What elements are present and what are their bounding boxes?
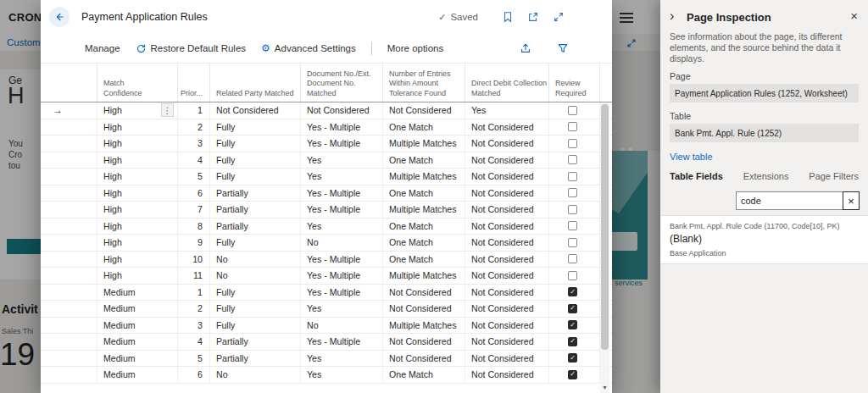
review-required-cell[interactable] — [549, 252, 600, 268]
review-required-cell[interactable] — [549, 152, 600, 169]
direct-debit-cell[interactable]: Not Considered — [465, 202, 549, 218]
column-header-review-required[interactable]: ReviewRequired — [549, 64, 600, 102]
table-row[interactable]: → High⋮ 1 Not Considered Not Considered … — [41, 102, 612, 119]
document-no-cell[interactable]: Yes - Multiple — [301, 185, 383, 202]
view-table-link[interactable]: View table — [670, 152, 713, 162]
review-required-checkbox[interactable] — [568, 221, 577, 230]
document-no-cell[interactable]: Yes — [301, 301, 383, 317]
related-party-cell[interactable]: Partially — [210, 219, 301, 235]
document-no-cell[interactable]: No — [301, 235, 383, 251]
related-party-cell[interactable]: Fully — [210, 169, 301, 185]
page-field-value[interactable]: Payment Application Rules (1252, Workshe… — [670, 84, 859, 102]
related-party-cell[interactable]: Partially — [210, 334, 301, 350]
table-row[interactable]: Medium 3 Fully No Multiple Matches Not C… — [41, 318, 612, 335]
entries-tolerance-cell[interactable]: One Match — [383, 235, 465, 251]
related-party-cell[interactable]: Fully — [210, 152, 301, 169]
priority-cell[interactable]: 3 — [178, 136, 210, 152]
vertical-scrollbar[interactable]: ▾ — [600, 102, 609, 393]
direct-debit-cell[interactable]: Not Considered — [465, 136, 549, 152]
entries-tolerance-cell[interactable]: One Match — [383, 367, 465, 383]
review-required-cell[interactable] — [549, 318, 600, 334]
column-header-priority[interactable]: Prior... — [178, 64, 210, 102]
related-party-cell[interactable]: No — [210, 367, 301, 383]
review-required-checkbox[interactable] — [568, 337, 577, 346]
review-required-checkbox[interactable] — [568, 106, 577, 115]
clear-search-icon[interactable]: × — [843, 191, 860, 210]
entries-tolerance-cell[interactable]: One Match — [383, 219, 465, 235]
document-no-cell[interactable]: Yes - Multiple — [301, 119, 383, 136]
priority-cell[interactable]: 10 — [178, 252, 210, 268]
match-confidence-cell[interactable]: High — [97, 202, 178, 218]
entries-tolerance-cell[interactable]: Not Considered — [383, 351, 465, 367]
document-no-cell[interactable]: Yes - Multiple — [301, 268, 383, 284]
column-header-related-party[interactable]: Related Party Matched — [210, 64, 301, 102]
field-search-input[interactable] — [737, 192, 843, 209]
related-party-cell[interactable]: Fully — [210, 318, 301, 334]
match-confidence-cell[interactable]: Medium — [97, 301, 178, 317]
match-confidence-cell[interactable]: High — [97, 119, 178, 136]
review-required-cell[interactable] — [549, 351, 600, 367]
open-in-new-window-icon[interactable] — [524, 8, 542, 26]
related-party-cell[interactable]: Partially — [210, 202, 301, 218]
review-required-cell[interactable] — [549, 202, 600, 218]
review-required-cell[interactable] — [549, 334, 600, 350]
direct-debit-cell[interactable]: Not Considered — [465, 285, 549, 301]
scrollbar-thumb[interactable] — [601, 104, 609, 350]
field-result-item[interactable]: Bank Pmt. Appl. Rule Code (11700, Code[1… — [660, 215, 868, 264]
document-no-cell[interactable]: Yes — [301, 367, 383, 383]
entries-tolerance-cell[interactable]: Not Considered — [383, 102, 465, 119]
review-required-cell[interactable] — [549, 219, 600, 235]
review-required-cell[interactable] — [549, 169, 600, 185]
row-actions-button[interactable]: ⋮ — [161, 103, 174, 117]
review-required-checkbox[interactable] — [568, 155, 577, 164]
review-required-cell[interactable] — [549, 235, 600, 251]
review-required-checkbox[interactable] — [568, 139, 577, 148]
direct-debit-cell[interactable]: Not Considered — [465, 334, 549, 350]
match-confidence-cell[interactable]: High — [97, 185, 178, 202]
match-confidence-cell[interactable]: High — [97, 268, 178, 284]
related-party-cell[interactable]: No — [210, 252, 301, 268]
match-confidence-cell[interactable]: Medium — [97, 285, 178, 301]
direct-debit-cell[interactable]: Not Considered — [465, 367, 549, 383]
document-no-cell[interactable]: Yes - Multiple — [301, 136, 383, 152]
table-row[interactable]: Medium 6 No Yes One Match Not Considered — [41, 367, 612, 384]
table-row[interactable]: High 5 Fully Yes Multiple Matches Not Co… — [41, 169, 612, 185]
review-required-checkbox[interactable] — [568, 287, 577, 296]
review-required-checkbox[interactable] — [568, 304, 577, 313]
review-required-cell[interactable] — [549, 367, 600, 383]
match-confidence-cell[interactable]: Medium — [97, 334, 178, 350]
document-no-cell[interactable]: Yes - Multiple — [301, 334, 383, 350]
document-no-cell[interactable]: Yes - Multiple — [301, 252, 383, 268]
direct-debit-cell[interactable]: Not Considered — [465, 268, 549, 284]
direct-debit-cell[interactable]: Not Considered — [465, 152, 549, 169]
match-confidence-cell[interactable]: High — [97, 219, 178, 235]
review-required-checkbox[interactable] — [568, 172, 577, 181]
direct-debit-cell[interactable]: Not Considered — [465, 219, 549, 235]
direct-debit-cell[interactable]: Not Considered — [465, 185, 549, 202]
entries-tolerance-cell[interactable]: Multiple Matches — [383, 136, 465, 152]
related-party-cell[interactable]: Fully — [210, 235, 301, 251]
review-required-checkbox[interactable] — [568, 353, 577, 363]
match-confidence-cell[interactable]: Medium — [97, 318, 178, 334]
tab-page-filters[interactable]: Page Filters — [809, 171, 859, 181]
match-confidence-cell[interactable]: High — [97, 136, 178, 152]
table-row[interactable]: Medium 4 Partially Yes - Multiple Not Co… — [41, 334, 612, 351]
review-required-cell[interactable] — [549, 301, 600, 317]
priority-cell[interactable]: 7 — [178, 202, 210, 218]
match-confidence-cell[interactable]: High — [97, 152, 178, 169]
review-required-checkbox[interactable] — [568, 254, 577, 263]
entries-tolerance-cell[interactable]: Multiple Matches — [383, 318, 465, 334]
priority-cell[interactable]: 9 — [178, 235, 210, 251]
entries-tolerance-cell[interactable]: Not Considered — [383, 334, 465, 350]
related-party-cell[interactable]: Fully — [210, 136, 301, 152]
table-row[interactable]: Medium 1 Fully Yes - Multiple Not Consid… — [41, 285, 612, 302]
review-required-cell[interactable] — [549, 102, 600, 119]
direct-debit-cell[interactable]: Yes — [465, 102, 549, 119]
entries-tolerance-cell[interactable]: One Match — [383, 152, 465, 169]
table-row[interactable]: High 6 Partially Yes - Multiple One Matc… — [41, 185, 612, 202]
priority-cell[interactable]: 2 — [178, 301, 210, 317]
direct-debit-cell[interactable]: Not Considered — [465, 301, 549, 317]
document-no-cell[interactable]: Yes - Multiple — [301, 285, 383, 301]
table-row[interactable]: Medium 2 Fully Yes Not Considered Not Co… — [41, 301, 612, 318]
related-party-cell[interactable]: Fully — [210, 285, 301, 301]
